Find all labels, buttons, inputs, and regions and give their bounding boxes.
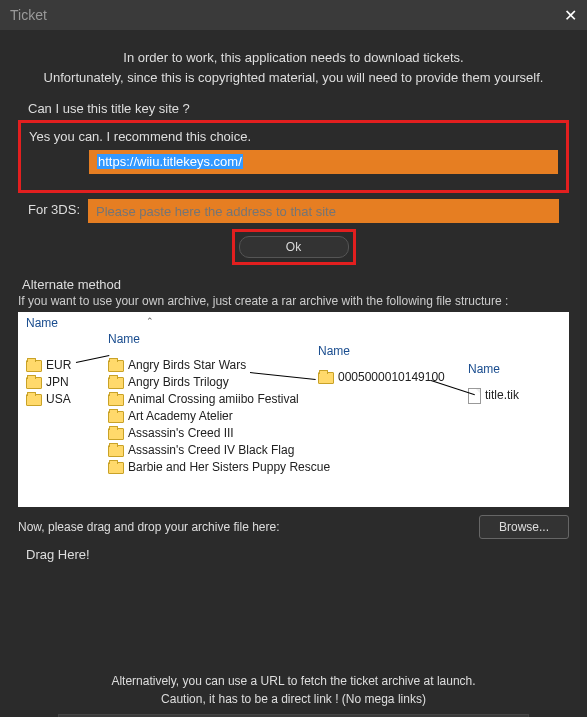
game-folder: Assassin's Creed III [108, 426, 330, 440]
region-folder: USA [26, 392, 71, 406]
folder-icon [26, 360, 42, 372]
wiiu-url-input[interactable]: https://wiiu.titlekeys.com/ [89, 150, 558, 174]
folder-icon [318, 372, 334, 384]
recommend-text: Yes you can. I recommend this choice. [29, 129, 558, 144]
folder-icon [26, 377, 42, 389]
game-folder: Barbie and Her Sisters Puppy Rescue [108, 460, 330, 474]
browse-button[interactable]: Browse... [479, 515, 569, 539]
game-folder: Animal Crossing amiibo Festival [108, 392, 330, 406]
arrow-line [76, 355, 109, 363]
close-icon[interactable]: ✕ [564, 6, 577, 25]
for-3ds-label: For 3DS: [28, 199, 88, 223]
game-folder: Assassin's Creed IV Black Flag [108, 443, 330, 457]
wiiu-spacer [29, 150, 89, 174]
wiiu-url-selected: https://wiiu.titlekeys.com/ [97, 154, 243, 169]
tik-file: title.tik [468, 388, 519, 404]
game-folder: Angry Birds Star Wars [108, 358, 330, 372]
folder-icon [108, 377, 124, 389]
recommend-highlight-box: Yes you can. I recommend this choice. ht… [18, 120, 569, 193]
titlebar: Ticket ✕ [0, 0, 587, 30]
col4-header: Name [468, 362, 519, 376]
folder-icon [108, 428, 124, 440]
drop-instruction: Now, please drag and drop your archive f… [18, 520, 479, 534]
ok-highlight-box: Ok [232, 229, 356, 265]
drag-here-zone[interactable]: Drag Here! [26, 547, 569, 562]
titleid-folder: 0005000010149100 [318, 370, 445, 384]
region-folder: EUR [26, 358, 71, 372]
folder-icon [26, 394, 42, 406]
window-title: Ticket [10, 7, 47, 23]
folder-icon [108, 445, 124, 457]
folder-icon [108, 411, 124, 423]
intro-line-1: In order to work, this application needs… [18, 48, 569, 68]
alt-url-line1: Alternatively, you can use a URL to fetc… [18, 672, 569, 690]
col1-header: Name [26, 316, 71, 330]
intro-text: In order to work, this application needs… [18, 48, 569, 87]
folder-icon [108, 360, 124, 372]
region-folder: JPN [26, 375, 71, 389]
3ds-url-input[interactable] [88, 199, 559, 223]
col2-header: Name [108, 332, 330, 346]
game-folder: Art Academy Atelier [108, 409, 330, 423]
file-icon [468, 388, 481, 404]
intro-line-2: Unfortunately, since this is copyrighted… [18, 68, 569, 88]
alt-url-line2: Caution, it has to be a direct link ! (N… [18, 690, 569, 708]
folder-icon [108, 394, 124, 406]
question-label: Can I use this title key site ? [28, 101, 569, 116]
folder-icon [108, 462, 124, 474]
alternate-desc: If you want to use your own archive, jus… [18, 294, 569, 308]
ok-button[interactable]: Ok [239, 236, 349, 258]
sort-caret-icon: ⌃ [146, 316, 154, 326]
alternate-method-label: Alternate method [22, 277, 569, 292]
file-structure-view: ⌃ Name EUR JPN USA Name Angry Birds Star… [18, 312, 569, 507]
col3-header: Name [318, 344, 445, 358]
